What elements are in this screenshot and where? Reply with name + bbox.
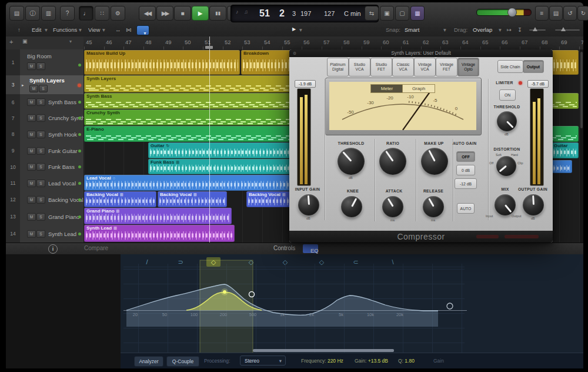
edit-menu[interactable]: Edit — [32, 26, 41, 33]
limiter-on-button[interactable]: ON — [499, 89, 516, 101]
input-monitor-dot[interactable] — [78, 232, 81, 235]
playhead[interactable] — [209, 36, 210, 243]
model-vintage-vca[interactable]: VintageVCA — [414, 58, 436, 77]
mute-button[interactable]: M — [27, 163, 36, 171]
horizontal-zoom-slider[interactable] — [555, 29, 580, 31]
filter-button[interactable]: ▼ — [136, 25, 149, 35]
mute-button[interactable]: M — [27, 131, 36, 138]
metronome-button[interactable]: ♩ — [79, 6, 93, 21]
track-name[interactable]: Synth Layers — [29, 77, 65, 84]
threshold-knob[interactable] — [338, 148, 365, 175]
musical-typing-button[interactable]: ▦ — [410, 6, 425, 21]
add-track-button[interactable]: + — [9, 38, 13, 45]
compare-label[interactable]: Compare — [84, 245, 108, 251]
solo-button[interactable]: S — [36, 114, 45, 122]
mute-button[interactable]: M — [27, 114, 36, 122]
model-studio-fet[interactable]: StudioFET — [370, 58, 392, 77]
plugin-titlebar[interactable]: ⚙ Synth Layers: User Default — [289, 49, 553, 57]
mute-button[interactable]: M — [29, 85, 38, 92]
release-knob[interactable] — [423, 196, 444, 217]
track-name[interactable]: Synth Lead — [48, 231, 76, 237]
info-icon[interactable]: i — [48, 244, 58, 254]
vertical-scrollbar[interactable] — [580, 49, 583, 243]
track-name[interactable]: Lead Vocal — [48, 180, 76, 187]
side-chain-button[interactable]: Side Chain — [497, 60, 523, 73]
master-volume-slider[interactable] — [476, 9, 532, 16]
library-button[interactable]: ▤ — [9, 6, 24, 21]
attack-knob[interactable] — [382, 196, 403, 217]
solo-button[interactable]: S — [36, 180, 45, 187]
track-header[interactable]: 12 M S Backing Vocal — [6, 191, 83, 208]
snap-dropdown[interactable]: Smart — [405, 26, 419, 33]
input-monitor-dot[interactable] — [78, 198, 81, 201]
compressor-plugin-window[interactable]: ⚙ Synth Layers: User Default PlatinumDig… — [289, 49, 553, 243]
model-platinum-digital[interactable]: PlatinumDigital — [327, 58, 349, 77]
track-header[interactable]: 7 M S Crunchy Synth — [6, 110, 83, 127]
redo-button[interactable]: ↻ — [577, 6, 588, 21]
functions-menu[interactable]: Functions — [53, 26, 77, 33]
mute-button[interactable]: M — [27, 98, 36, 106]
auto-zoom-icon[interactable]: ↧ — [517, 26, 522, 33]
frequency-value[interactable]: 220 Hz — [328, 358, 343, 364]
list-editors-button[interactable]: ≡ — [535, 6, 549, 21]
replace-button[interactable]: ▣ — [380, 6, 394, 21]
auto-gain-0db-button[interactable]: 0 dB — [456, 165, 475, 175]
input-monitor-dot[interactable] — [78, 64, 81, 67]
gain-value[interactable]: +13.5 dB — [368, 358, 388, 364]
model-vintage-opto[interactable]: VintageOpto — [457, 58, 479, 77]
input-monitor-dot[interactable] — [78, 133, 81, 136]
track-header[interactable]: 1 Big Room M S — [6, 49, 83, 76]
flex-icon[interactable]: ↔ — [115, 26, 121, 33]
processing-dropdown[interactable]: Stereo ▾ — [240, 356, 286, 366]
solo-button[interactable]: S — [36, 230, 45, 238]
drag-dropdown[interactable]: Overlap — [473, 26, 492, 33]
track-header[interactable]: 13 M S Grand Piano — [6, 208, 83, 225]
input-monitor-dot[interactable] — [78, 117, 81, 119]
input-monitor-dot[interactable] — [78, 215, 81, 218]
solo-button[interactable]: S — [36, 98, 45, 106]
band-point-handle[interactable] — [223, 290, 226, 294]
auto-gain-minus12-button[interactable]: -12 dB — [455, 178, 477, 189]
analyzer-button[interactable]: Analyzer — [134, 356, 163, 367]
eq-scroll-thumb[interactable] — [253, 349, 394, 352]
band-q-handle[interactable] — [249, 292, 255, 297]
pause-button[interactable]: ▮▮ — [209, 6, 226, 21]
browsers-button[interactable]: ▤ — [549, 6, 563, 21]
crossfade-icon[interactable]: ⋈ — [126, 26, 132, 33]
ratio-knob[interactable] — [379, 148, 406, 175]
tab-controls[interactable]: Controls — [273, 245, 295, 251]
tools-button[interactable]: ⚙ — [111, 6, 125, 21]
mute-button[interactable]: M — [27, 196, 36, 204]
mute-button[interactable]: M — [27, 62, 36, 70]
track-header[interactable]: 11 M S Lead Vocal — [6, 175, 83, 192]
region[interactable] — [552, 160, 572, 173]
mix-knob[interactable] — [495, 194, 516, 215]
track-header[interactable]: 8 M S Synth Hook — [6, 126, 83, 143]
bar-ruler[interactable]: 45 46 47 48 49 50 51 52 53 54 55 56 57 5… — [83, 36, 583, 50]
track-name[interactable]: Grand Piano — [48, 214, 79, 220]
track-name[interactable]: Funk Bass — [48, 164, 75, 170]
tab-eq[interactable]: EQ — [303, 244, 318, 253]
solo-button[interactable]: S — [36, 131, 45, 138]
hzoom-thumb[interactable] — [561, 27, 566, 31]
solo-button[interactable]: S — [36, 213, 45, 221]
solo-button[interactable]: S — [36, 62, 45, 70]
input-monitor-dot[interactable] — [78, 101, 81, 104]
solo-button[interactable]: S — [36, 147, 45, 155]
region[interactable]: Synth Lead⊞ — [84, 225, 235, 242]
disclosure-icon[interactable]: ▸ — [22, 83, 24, 88]
playhead-marker[interactable] — [205, 46, 213, 49]
track-name[interactable]: Synth Hook — [48, 131, 77, 138]
mute-button[interactable]: M — [27, 213, 36, 221]
model-vintage-fet[interactable]: VintageFET — [436, 58, 457, 77]
volume-thumb[interactable] — [507, 8, 517, 17]
input-monitor-dot[interactable] — [78, 182, 81, 185]
region[interactable]: Backing Vocal⊞ — [158, 191, 227, 207]
mute-button[interactable]: M — [27, 180, 36, 187]
band-handle-right[interactable] — [447, 303, 453, 309]
help-button[interactable]: ? — [60, 6, 75, 21]
stop-button[interactable]: ■ — [174, 6, 191, 21]
solo-button[interactable]: S — [36, 163, 45, 171]
track-name[interactable]: Big Room — [27, 53, 52, 59]
make-up-knob[interactable] — [421, 148, 448, 175]
